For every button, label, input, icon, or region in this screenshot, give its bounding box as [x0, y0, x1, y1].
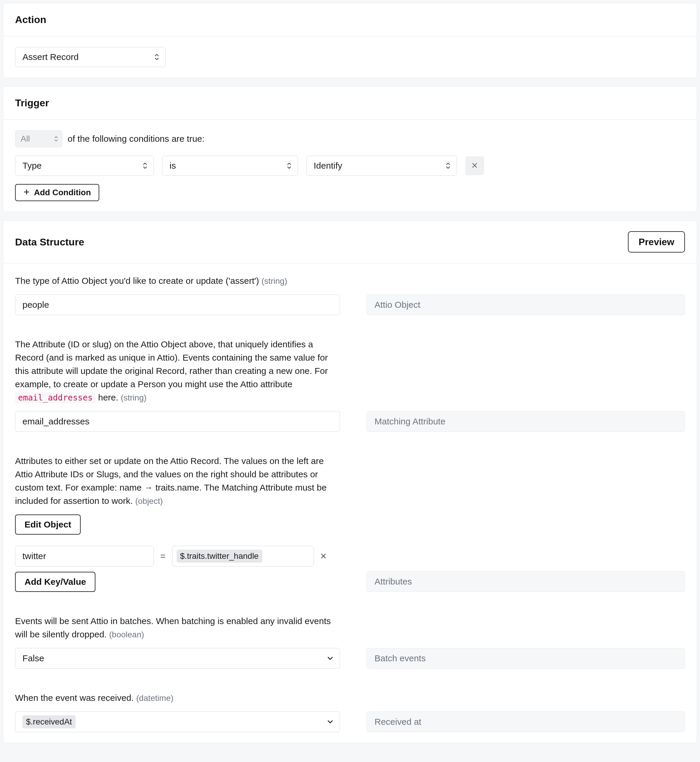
- object-type-input[interactable]: [15, 295, 340, 315]
- batch-desc: Events will be sent Attio in batches. Wh…: [15, 614, 340, 641]
- kv-key-input[interactable]: twitter: [15, 546, 154, 567]
- add-condition-label: Add Condition: [34, 188, 91, 197]
- condition-operator-select[interactable]: is: [162, 156, 298, 176]
- trigger-body: All of the following conditions are true…: [3, 120, 697, 212]
- edit-object-label: Edit Object: [25, 520, 71, 529]
- field-matching-attribute: The Attribute (ID or slug) on the Attio …: [15, 337, 685, 432]
- chevron-down-icon: [326, 654, 334, 662]
- data-structure-body: The type of Attio Object you'd like to c…: [3, 264, 697, 743]
- attributes-side-label: Attributes: [367, 571, 685, 592]
- trigger-mode-select[interactable]: All: [15, 130, 62, 147]
- batch-select[interactable]: False: [15, 648, 340, 669]
- field-object-type: The type of Attio Object you'd like to c…: [15, 274, 685, 315]
- received-at-select[interactable]: $.receivedAt: [15, 712, 340, 732]
- data-structure-header: Data Structure Preview: [3, 221, 697, 264]
- matching-attr-input[interactable]: [15, 411, 340, 432]
- kv-row: twitter = $.traits.twitter_handle ×: [15, 546, 340, 567]
- field-received-at: When the event was received. (datetime) …: [15, 691, 685, 732]
- trigger-mode-suffix: of the following conditions are true:: [68, 134, 205, 144]
- condition-field-value: Type: [22, 161, 42, 171]
- preview-button[interactable]: Preview: [628, 231, 685, 253]
- updown-icon: [142, 162, 148, 170]
- action-header: Action: [3, 3, 697, 36]
- updown-icon: [54, 136, 58, 142]
- trigger-header: Trigger: [3, 86, 697, 120]
- condition-value-select[interactable]: Identify: [306, 156, 457, 176]
- action-title: Action: [15, 14, 46, 25]
- action-select[interactable]: Assert Record: [15, 47, 166, 67]
- edit-object-button[interactable]: Edit Object: [15, 514, 81, 535]
- action-select-value: Assert Record: [22, 52, 78, 62]
- updown-icon: [445, 162, 451, 170]
- trigger-panel: Trigger All of the following conditions …: [3, 86, 697, 212]
- remove-condition-button[interactable]: [465, 156, 484, 175]
- condition-row: Type is Identify: [15, 156, 685, 176]
- trigger-title: Trigger: [15, 97, 49, 109]
- action-panel: Action Assert Record: [3, 3, 697, 78]
- condition-value-value: Identify: [314, 161, 342, 171]
- trigger-mode-value: All: [21, 134, 30, 144]
- remove-kv-button[interactable]: ×: [319, 551, 328, 561]
- add-kv-label: Add Key/Value: [25, 577, 86, 587]
- field-attributes: Attributes to either set or update on th…: [15, 454, 685, 592]
- preview-label: Preview: [639, 237, 674, 247]
- updown-icon: [154, 53, 159, 61]
- received-at-token: $.receivedAt: [22, 715, 76, 728]
- close-icon: [471, 162, 478, 170]
- plus-icon: [23, 188, 30, 197]
- equals-sign: =: [159, 551, 167, 561]
- data-structure-panel: Data Structure Preview The type of Attio…: [3, 220, 697, 743]
- trigger-mode-row: All of the following conditions are true…: [15, 130, 685, 147]
- field-batch: Events will be sent Attio in batches. Wh…: [15, 614, 685, 669]
- batch-value: False: [22, 653, 44, 664]
- chevron-down-icon: [326, 718, 334, 726]
- kv-value-token: $.traits.twitter_handle: [177, 550, 262, 563]
- action-body: Assert Record: [3, 36, 697, 78]
- attributes-desc: Attributes to either set or update on th…: [15, 454, 340, 507]
- close-icon: ×: [320, 550, 327, 562]
- received-at-desc: When the event was received. (datetime): [15, 691, 340, 704]
- data-structure-title: Data Structure: [15, 236, 84, 248]
- add-kv-button[interactable]: Add Key/Value: [15, 572, 95, 592]
- kv-value-input[interactable]: $.traits.twitter_handle: [172, 546, 314, 567]
- object-type-desc: The type of Attio Object you'd like to c…: [15, 274, 340, 287]
- updown-icon: [286, 162, 292, 170]
- add-condition-button[interactable]: Add Condition: [15, 184, 99, 201]
- object-type-side-label: Attio Object: [367, 295, 685, 315]
- received-at-side-label: Received at: [367, 712, 685, 732]
- condition-operator-value: is: [170, 161, 176, 171]
- matching-attr-side-label: Matching Attribute: [367, 411, 685, 432]
- batch-side-label: Batch events: [367, 648, 685, 669]
- matching-attr-desc: The Attribute (ID or slug) on the Attio …: [15, 337, 340, 404]
- condition-field-select[interactable]: Type: [15, 156, 154, 176]
